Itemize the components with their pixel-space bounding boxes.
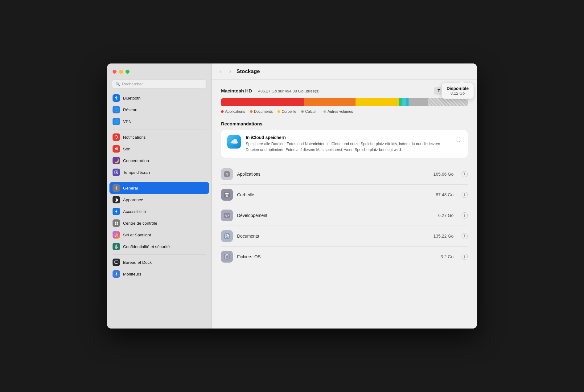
storage-header: Macintosh HD 486.27 Go sur 494.38 Go uti…: [221, 87, 468, 95]
tooltip-value: 8.12 Go: [446, 91, 469, 96]
storage-item-documents: Documents 135.22 Go i: [221, 226, 468, 247]
sidebar-item-label-temps-ecran: Temps d'écran: [123, 170, 150, 175]
storage-item-developpement: Développement 6.27 Go i: [221, 205, 468, 226]
volume-name: Macintosh HD: [221, 88, 252, 93]
legend-dot-corbeille: [278, 110, 280, 113]
sidebar-list: Bluetooth 🌐 Réseau 🌐 VPN Notifications: [107, 92, 212, 329]
legend-label-documents: Documents: [254, 109, 273, 114]
developpement-size: 6.27 Go: [438, 213, 454, 218]
sidebar-item-bureau-dock[interactable]: Bureau et Dock: [109, 256, 209, 268]
svg-point-18: [227, 258, 227, 258]
bar-gray: [409, 98, 428, 106]
sidebar-divider-1: [113, 129, 206, 129]
documents-label: Documents: [237, 234, 429, 239]
main-window: 🔍 Bluetooth 🌐 Réseau 🌐 VPN: [107, 63, 477, 329]
titlebar: [107, 63, 212, 80]
spinner-icon: [455, 136, 462, 144]
legend-dot-applications: [221, 110, 224, 113]
sidebar-item-label-moniteurs: Moniteurs: [123, 272, 141, 276]
legend-label-autres-volumes: Autres volumes: [327, 109, 353, 114]
accessibilite-icon: [113, 208, 120, 215]
legend-autres-volumes: Autres volumes: [323, 109, 353, 114]
corbeille-size: 87.48 Go: [436, 192, 454, 197]
forward-button[interactable]: ›: [227, 67, 233, 76]
legend-applications: Applications: [221, 109, 245, 114]
sidebar-item-label-concentration: Concentration: [123, 158, 149, 163]
sidebar-item-son[interactable]: Son: [109, 143, 209, 155]
sidebar-item-vpn[interactable]: 🌐 VPN: [109, 116, 209, 127]
legend-label-calcul: Calcul...: [305, 109, 319, 114]
icloud-icon: ☁️: [227, 135, 241, 149]
vpn-icon: 🌐: [113, 118, 120, 125]
bluetooth-icon: [113, 94, 120, 102]
sidebar-item-bluetooth[interactable]: Bluetooth: [109, 92, 209, 104]
page-title: Stockage: [236, 68, 260, 75]
developpement-label: Développement: [237, 213, 434, 218]
sidebar-item-concentration[interactable]: 🌙 Concentration: [109, 155, 209, 166]
svg-rect-16: [224, 254, 230, 259]
sidebar-item-label-bureau-dock: Bureau et Dock: [123, 260, 152, 265]
sidebar-item-notifications[interactable]: Notifications: [109, 131, 209, 143]
bar-stripe: [428, 98, 468, 106]
minimize-button[interactable]: [119, 70, 123, 74]
developpement-info-button[interactable]: i: [462, 212, 468, 218]
svg-rect-4: [115, 222, 116, 223]
storage-item-applications: Applications 165.66 Go i: [221, 164, 468, 185]
sidebar-item-label-general: Général: [123, 186, 138, 190]
centre-controle-icon: [113, 219, 120, 227]
search-input[interactable]: [122, 82, 203, 86]
svg-rect-19: [226, 255, 228, 255]
confidentialite-icon: ✋: [113, 243, 120, 250]
developpement-icon: [221, 210, 233, 221]
sidebar-item-accessibilite[interactable]: Accessibilité: [109, 206, 209, 217]
moniteurs-icon: ☀: [113, 270, 120, 278]
legend-dot-calcul: [301, 110, 304, 113]
recommendation-card: ☁️ In iCloud speichern Speichere alle Da…: [221, 130, 468, 158]
back-button[interactable]: ‹: [218, 67, 224, 76]
recommendation-body: In iCloud speichern Speichere alle Datei…: [246, 135, 450, 153]
sidebar-item-centre-controle[interactable]: Centre de contrôle: [109, 217, 209, 229]
general-icon: [113, 184, 120, 192]
storage-legend: Applications Documents Corbeille Calcul.…: [221, 109, 468, 114]
main-scroll-area: Disponible 8.12 Go Macintosh HD 486.27 G…: [212, 80, 477, 329]
sidebar-item-label-reseau: Réseau: [123, 108, 138, 112]
volume-usage: 486.27 Go sur 494.38 Go utilisé(s): [258, 89, 319, 93]
volume-info-group: Macintosh HD 486.27 Go sur 494.38 Go uti…: [221, 88, 319, 94]
sidebar-item-label-vpn: VPN: [123, 119, 132, 124]
sidebar-item-apparence[interactable]: ◑ Apparence: [109, 194, 209, 206]
sidebar-item-moniteurs[interactable]: ☀ Moniteurs: [109, 268, 209, 280]
sidebar-item-reseau[interactable]: 🌐 Réseau: [109, 104, 209, 116]
fichiers-ios-icon: [221, 251, 233, 263]
sidebar-item-siri-spotlight[interactable]: ◎ Siri et Spotlight: [109, 229, 209, 241]
documents-size: 135.22 Go: [434, 234, 454, 239]
legend-corbeille: Corbeille: [278, 109, 296, 114]
legend-dot-autres-volumes: [323, 110, 326, 113]
close-button[interactable]: [113, 70, 117, 74]
notifications-icon: [113, 133, 120, 141]
legend-label-corbeille: Corbeille: [282, 109, 296, 114]
sidebar-item-general[interactable]: Général: [109, 182, 209, 194]
svg-marker-0: [115, 147, 117, 150]
main-content-area: ‹ › Stockage Disponible 8.12 Go Macintos…: [212, 63, 477, 329]
search-icon: 🔍: [115, 82, 120, 86]
son-icon: [113, 145, 120, 153]
corbeille-info-button[interactable]: i: [462, 192, 468, 198]
svg-point-10: [456, 137, 461, 142]
sidebar-item-confidentialite[interactable]: ✋ Confidentialité et sécurité: [109, 241, 209, 252]
bar-corbeille: [356, 98, 399, 106]
documents-info-button[interactable]: i: [462, 233, 468, 239]
storage-bar: [221, 98, 468, 106]
sidebar-divider-3: [113, 254, 206, 255]
fichiers-ios-size: 3.2 Go: [441, 254, 454, 259]
main-titlebar: ‹ › Stockage: [212, 63, 477, 80]
storage-item-fichiers-ios: Fichiers iOS 3.2 Go i: [221, 247, 468, 267]
tooltip-bubble: Disponible 8.12 Go: [441, 83, 474, 99]
sidebar-item-temps-ecran[interactable]: Temps d'écran: [109, 166, 209, 178]
documents-icon: [221, 230, 233, 242]
svg-rect-5: [117, 222, 118, 223]
fichiers-ios-info-button[interactable]: i: [462, 254, 468, 260]
fichiers-ios-label: Fichiers iOS: [237, 254, 436, 259]
applications-label: Applications: [237, 172, 429, 177]
applications-info-button[interactable]: i: [462, 171, 468, 177]
maximize-button[interactable]: [125, 70, 130, 74]
